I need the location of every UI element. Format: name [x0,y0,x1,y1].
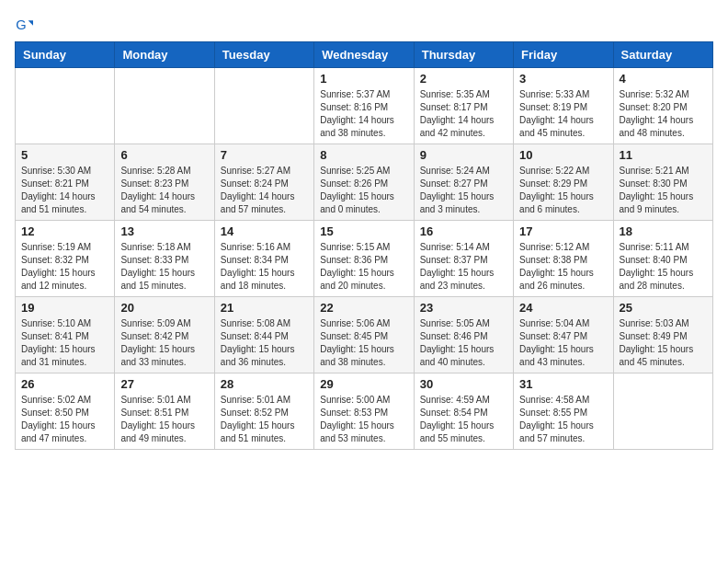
calendar-week-5: 26Sunrise: 5:02 AM Sunset: 8:50 PM Dayli… [16,373,713,450]
calendar-table: SundayMondayTuesdayWednesdayThursdayFrid… [15,41,713,450]
day-info: Sunrise: 5:09 AM Sunset: 8:42 PM Dayligh… [120,317,208,369]
day-info: Sunrise: 4:58 AM Sunset: 8:55 PM Dayligh… [519,394,607,445]
calendar-cell: 15Sunrise: 5:15 AM Sunset: 8:36 PM Dayli… [314,221,414,297]
day-number: 14 [221,224,308,238]
weekday-header-tuesday: Tuesday [214,42,313,68]
day-number: 4 [620,72,707,86]
day-number: 9 [420,148,507,162]
day-info: Sunrise: 5:24 AM Sunset: 8:27 PM Dayligh… [420,165,507,216]
day-info: Sunrise: 5:25 AM Sunset: 8:26 PM Dayligh… [320,165,407,216]
day-info: Sunrise: 5:01 AM Sunset: 8:51 PM Dayligh… [120,394,208,445]
calendar-cell: 18Sunrise: 5:11 AM Sunset: 8:40 PM Dayli… [613,221,712,297]
day-number: 26 [21,377,108,391]
day-number: 11 [620,148,707,162]
logo: G [15,15,37,34]
calendar-cell: 30Sunrise: 4:59 AM Sunset: 8:54 PM Dayli… [414,373,513,450]
day-number: 10 [519,148,607,162]
day-number: 19 [21,301,108,315]
calendar-week-4: 19Sunrise: 5:10 AM Sunset: 8:41 PM Dayli… [16,297,713,373]
calendar-cell: 21Sunrise: 5:08 AM Sunset: 8:44 PM Dayli… [214,297,313,373]
calendar-cell: 9Sunrise: 5:24 AM Sunset: 8:27 PM Daylig… [414,144,513,221]
calendar-cell: 8Sunrise: 5:25 AM Sunset: 8:26 PM Daylig… [314,144,414,221]
day-info: Sunrise: 5:05 AM Sunset: 8:46 PM Dayligh… [420,317,507,369]
day-number: 8 [320,148,407,162]
calendar-cell: 23Sunrise: 5:05 AM Sunset: 8:46 PM Dayli… [414,297,513,373]
day-info: Sunrise: 5:33 AM Sunset: 8:19 PM Dayligh… [519,88,607,140]
calendar-cell: 5Sunrise: 5:30 AM Sunset: 8:21 PM Daylig… [16,144,115,221]
calendar-cell: 3Sunrise: 5:33 AM Sunset: 8:19 PM Daylig… [514,68,613,144]
weekday-header-row: SundayMondayTuesdayWednesdayThursdayFrid… [16,42,713,68]
day-number: 29 [320,377,407,391]
day-info: Sunrise: 5:30 AM Sunset: 8:21 PM Dayligh… [21,165,108,216]
day-info: Sunrise: 5:19 AM Sunset: 8:32 PM Dayligh… [21,241,108,293]
weekday-header-thursday: Thursday [414,42,513,68]
logo-icon: G [15,16,33,34]
day-info: Sunrise: 5:02 AM Sunset: 8:50 PM Dayligh… [21,394,108,445]
day-info: Sunrise: 5:22 AM Sunset: 8:29 PM Dayligh… [519,165,607,216]
day-number: 1 [320,72,407,86]
calendar-cell: 6Sunrise: 5:28 AM Sunset: 8:23 PM Daylig… [115,144,214,221]
day-number: 27 [120,377,208,391]
day-number: 25 [620,301,707,315]
day-number: 2 [420,72,507,86]
day-info: Sunrise: 5:37 AM Sunset: 8:16 PM Dayligh… [320,88,407,140]
calendar-cell: 29Sunrise: 5:00 AM Sunset: 8:53 PM Dayli… [314,373,414,450]
calendar-cell: 19Sunrise: 5:10 AM Sunset: 8:41 PM Dayli… [16,297,115,373]
calendar-cell: 2Sunrise: 5:35 AM Sunset: 8:17 PM Daylig… [414,68,513,144]
calendar-week-2: 5Sunrise: 5:30 AM Sunset: 8:21 PM Daylig… [16,144,713,221]
day-info: Sunrise: 5:21 AM Sunset: 8:30 PM Dayligh… [620,165,707,216]
day-number: 17 [519,224,607,238]
day-number: 31 [519,377,607,391]
day-number: 16 [420,224,507,238]
day-info: Sunrise: 5:35 AM Sunset: 8:17 PM Dayligh… [420,88,507,140]
day-number: 15 [320,224,407,238]
calendar-week-3: 12Sunrise: 5:19 AM Sunset: 8:32 PM Dayli… [16,221,713,297]
day-number: 6 [120,148,208,162]
calendar-cell: 12Sunrise: 5:19 AM Sunset: 8:32 PM Dayli… [16,221,115,297]
day-info: Sunrise: 5:12 AM Sunset: 8:38 PM Dayligh… [519,241,607,293]
calendar-cell: 7Sunrise: 5:27 AM Sunset: 8:24 PM Daylig… [214,144,313,221]
day-number: 30 [420,377,507,391]
calendar-cell: 28Sunrise: 5:01 AM Sunset: 8:52 PM Dayli… [214,373,313,450]
svg-marker-1 [28,20,33,25]
day-number: 22 [320,301,407,315]
calendar-week-1: 1Sunrise: 5:37 AM Sunset: 8:16 PM Daylig… [16,68,713,144]
calendar-cell: 27Sunrise: 5:01 AM Sunset: 8:51 PM Dayli… [115,373,214,450]
day-number: 5 [21,148,108,162]
day-info: Sunrise: 5:16 AM Sunset: 8:34 PM Dayligh… [221,241,308,293]
weekday-header-friday: Friday [514,42,613,68]
calendar-cell: 24Sunrise: 5:04 AM Sunset: 8:47 PM Dayli… [514,297,613,373]
calendar-cell: 16Sunrise: 5:14 AM Sunset: 8:37 PM Dayli… [414,221,513,297]
day-number: 18 [620,224,707,238]
weekday-header-saturday: Saturday [613,42,712,68]
svg-text:G: G [16,17,26,31]
day-info: Sunrise: 5:15 AM Sunset: 8:36 PM Dayligh… [320,241,407,293]
day-info: Sunrise: 5:00 AM Sunset: 8:53 PM Dayligh… [320,394,407,445]
day-number: 13 [120,224,208,238]
day-info: Sunrise: 5:04 AM Sunset: 8:47 PM Dayligh… [519,317,607,369]
calendar-cell: 26Sunrise: 5:02 AM Sunset: 8:50 PM Dayli… [16,373,115,450]
day-info: Sunrise: 5:08 AM Sunset: 8:44 PM Dayligh… [221,317,308,369]
day-info: Sunrise: 5:10 AM Sunset: 8:41 PM Dayligh… [21,317,108,369]
day-number: 3 [519,72,607,86]
day-info: Sunrise: 5:11 AM Sunset: 8:40 PM Dayligh… [620,241,707,293]
day-number: 21 [221,301,308,315]
calendar-cell: 25Sunrise: 5:03 AM Sunset: 8:49 PM Dayli… [613,297,712,373]
day-info: Sunrise: 5:03 AM Sunset: 8:49 PM Dayligh… [620,317,707,369]
weekday-header-sunday: Sunday [16,42,115,68]
day-number: 12 [21,224,108,238]
day-number: 24 [519,301,607,315]
day-number: 7 [221,148,308,162]
day-number: 28 [221,377,308,391]
day-info: Sunrise: 5:18 AM Sunset: 8:33 PM Dayligh… [120,241,208,293]
calendar-cell: 20Sunrise: 5:09 AM Sunset: 8:42 PM Dayli… [115,297,214,373]
calendar-cell: 10Sunrise: 5:22 AM Sunset: 8:29 PM Dayli… [514,144,613,221]
day-info: Sunrise: 5:28 AM Sunset: 8:23 PM Dayligh… [120,165,208,216]
header: G [15,15,713,34]
calendar-cell [115,68,214,144]
calendar-cell: 4Sunrise: 5:32 AM Sunset: 8:20 PM Daylig… [613,68,712,144]
calendar-cell: 22Sunrise: 5:06 AM Sunset: 8:45 PM Dayli… [314,297,414,373]
day-info: Sunrise: 5:27 AM Sunset: 8:24 PM Dayligh… [221,165,308,216]
day-number: 20 [120,301,208,315]
calendar-cell: 13Sunrise: 5:18 AM Sunset: 8:33 PM Dayli… [115,221,214,297]
